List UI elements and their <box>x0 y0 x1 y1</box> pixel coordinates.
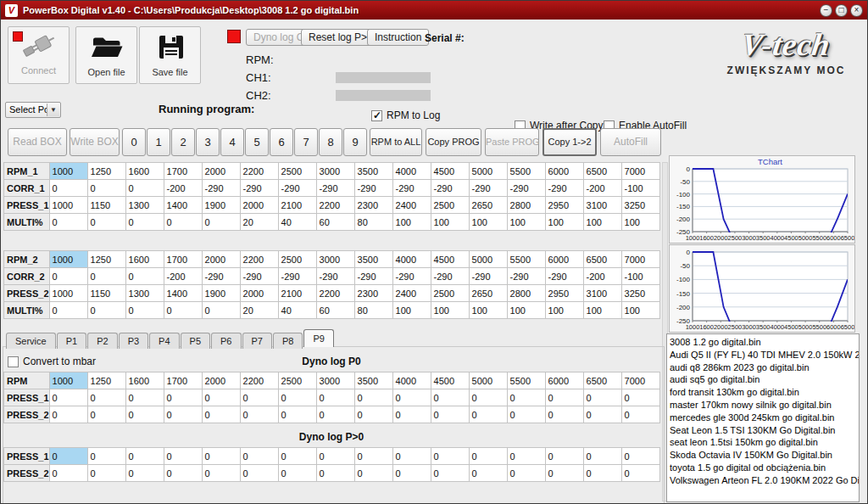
value-cell[interactable]: 0 <box>49 302 87 319</box>
value-cell[interactable]: 0 <box>545 465 583 482</box>
value-cell[interactable]: 1900 <box>202 197 240 214</box>
write-box-button[interactable]: Write BOX <box>70 128 120 156</box>
value-cell[interactable]: -290 <box>545 180 583 197</box>
value-cell[interactable]: 2000 <box>202 251 240 268</box>
value-cell[interactable]: 0 <box>125 268 164 285</box>
value-cell[interactable]: 80 <box>354 302 392 319</box>
value-cell[interactable]: -200 <box>583 268 621 285</box>
value-cell[interactable]: 2500 <box>431 197 469 214</box>
value-cell[interactable]: -290 <box>431 268 469 285</box>
value-cell[interactable]: 1600 <box>125 372 164 389</box>
value-cell[interactable]: 80 <box>354 214 392 231</box>
value-cell[interactable]: -290 <box>354 268 392 285</box>
select-port-dropdown[interactable]: Select Port ▼ <box>5 102 61 118</box>
value-cell[interactable]: 2300 <box>354 197 392 214</box>
value-cell[interactable]: 0 <box>469 389 507 406</box>
value-cell[interactable]: 2200 <box>240 251 278 268</box>
value-cell[interactable]: 0 <box>125 180 164 197</box>
value-cell[interactable]: 0 <box>278 465 316 482</box>
digit-button-2[interactable]: 2 <box>171 128 195 156</box>
value-cell[interactable]: -100 <box>621 268 659 285</box>
value-cell[interactable]: 0 <box>240 448 278 465</box>
value-cell[interactable]: 0 <box>392 389 431 406</box>
value-cell[interactable]: 6500 <box>583 251 621 268</box>
file-item[interactable]: master 170km nowy silnik go digital.bin <box>670 399 859 412</box>
value-cell[interactable]: 1700 <box>164 251 202 268</box>
value-cell[interactable]: -290 <box>316 180 354 197</box>
value-cell[interactable]: 1700 <box>164 163 202 180</box>
value-cell[interactable]: 2650 <box>469 197 507 214</box>
digit-button-7[interactable]: 7 <box>294 128 318 156</box>
value-cell[interactable]: 2500 <box>278 372 316 389</box>
digit-button-4[interactable]: 4 <box>220 128 244 156</box>
file-item[interactable]: Volkswagen Arteon FL 2.0 190KM 2022 Go D… <box>670 474 859 487</box>
value-cell[interactable]: 0 <box>125 406 164 423</box>
value-cell[interactable]: 2950 <box>545 197 583 214</box>
value-cell[interactable]: 0 <box>202 448 240 465</box>
file-item[interactable]: ford transit 130km go digital.bin <box>670 386 859 399</box>
value-cell[interactable]: 0 <box>621 389 659 406</box>
value-cell[interactable]: 2000 <box>240 197 278 214</box>
rpm-to-log-checkbox-box[interactable] <box>371 110 382 121</box>
value-cell[interactable]: -290 <box>240 180 278 197</box>
value-cell[interactable]: 0 <box>583 465 621 482</box>
value-cell[interactable]: 1300 <box>125 285 164 302</box>
value-cell[interactable]: -290 <box>202 268 240 285</box>
value-cell[interactable]: 0 <box>507 389 545 406</box>
value-cell[interactable]: 100 <box>469 214 507 231</box>
value-cell[interactable]: 3100 <box>583 285 621 302</box>
value-cell[interactable]: 0 <box>49 268 87 285</box>
digit-button-5[interactable]: 5 <box>245 128 269 156</box>
value-cell[interactable]: 5500 <box>507 163 545 180</box>
read-box-button[interactable]: Read BOX <box>8 128 67 156</box>
value-cell[interactable]: 2800 <box>507 285 545 302</box>
value-cell[interactable]: 0 <box>278 406 316 423</box>
value-cell[interactable]: -290 <box>469 268 507 285</box>
value-cell[interactable]: 1700 <box>164 372 202 389</box>
value-cell[interactable]: 20 <box>240 214 278 231</box>
chevron-down-icon[interactable]: ▼ <box>47 104 59 116</box>
value-cell[interactable]: 0 <box>431 406 469 423</box>
value-cell[interactable]: 2800 <box>507 197 545 214</box>
value-cell[interactable]: 5500 <box>507 372 545 389</box>
open-file-button[interactable]: Open file <box>75 26 137 84</box>
rpm-to-log-checkbox[interactable]: RPM to Log <box>371 109 440 121</box>
value-cell[interactable]: 0 <box>316 406 354 423</box>
value-cell[interactable]: -100 <box>621 180 659 197</box>
tab-p1[interactable]: P1 <box>57 333 86 349</box>
tab-p9[interactable]: P9 <box>303 329 333 347</box>
value-cell[interactable]: 0 <box>87 180 125 197</box>
value-cell[interactable]: 3000 <box>316 251 354 268</box>
value-cell[interactable]: 0 <box>354 465 392 482</box>
value-cell[interactable]: 3000 <box>316 163 354 180</box>
value-cell[interactable]: -290 <box>316 268 354 285</box>
value-cell[interactable]: 0 <box>507 465 545 482</box>
value-cell[interactable]: 0 <box>202 389 240 406</box>
value-cell[interactable]: 6000 <box>545 251 583 268</box>
paste-prog-button[interactable]: Paste PROG <box>485 128 539 156</box>
titlebar[interactable]: V PowerBox Digital v1.40 - C:\Users\Prod… <box>1 1 867 20</box>
value-cell[interactable]: 20 <box>240 302 278 319</box>
value-cell[interactable]: 4500 <box>431 163 469 180</box>
value-cell[interactable]: 3500 <box>354 372 392 389</box>
value-cell[interactable]: -200 <box>164 180 202 197</box>
value-cell[interactable]: 0 <box>125 448 164 465</box>
value-cell[interactable]: 0 <box>164 214 202 231</box>
value-cell[interactable]: 2400 <box>392 285 431 302</box>
value-cell[interactable]: 0 <box>621 448 659 465</box>
value-cell[interactable]: 100 <box>621 214 659 231</box>
value-cell[interactable]: 2300 <box>354 285 392 302</box>
value-cell[interactable]: 1000 <box>49 251 87 268</box>
value-cell[interactable]: 6000 <box>545 372 583 389</box>
value-cell[interactable]: 4000 <box>392 163 431 180</box>
value-cell[interactable]: 4500 <box>431 251 469 268</box>
value-cell[interactable]: 0 <box>621 406 659 423</box>
digit-button-6[interactable]: 6 <box>270 128 293 156</box>
value-cell[interactable]: 100 <box>621 302 659 319</box>
value-cell[interactable]: 60 <box>316 302 354 319</box>
value-cell[interactable]: 0 <box>469 465 507 482</box>
file-item[interactable]: toyota 1.5 go digital od obciążenia.bin <box>670 462 859 474</box>
value-cell[interactable]: 4000 <box>392 251 431 268</box>
value-cell[interactable]: 3500 <box>354 251 392 268</box>
value-cell[interactable]: 1000 <box>49 285 87 302</box>
